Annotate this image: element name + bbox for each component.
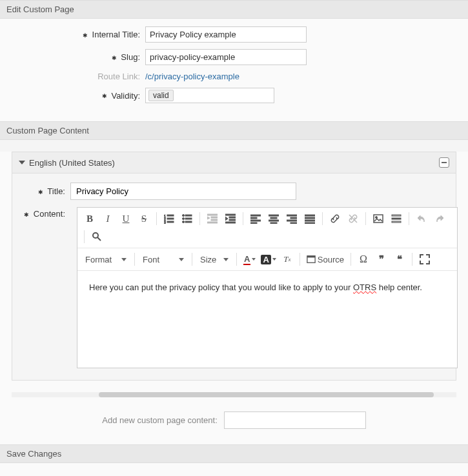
svg-rect-34 xyxy=(305,220,315,221)
svg-rect-16 xyxy=(225,214,236,215)
align-right-button[interactable] xyxy=(283,210,300,227)
add-content-input[interactable] xyxy=(224,412,366,429)
collapse-button[interactable] xyxy=(439,157,449,168)
editor-toolbar-1: B I U S 123 xyxy=(77,208,457,248)
svg-rect-1 xyxy=(167,215,174,216)
svg-rect-11 xyxy=(185,221,192,223)
caret-down-icon xyxy=(19,161,25,164)
minus-icon xyxy=(442,162,447,163)
svg-rect-29 xyxy=(290,217,297,219)
validity-select[interactable]: valid xyxy=(145,88,274,103)
edit-section-body: ✱ Internal Title: ✱ Slug: Route Link: /c… xyxy=(0,19,468,121)
svg-rect-14 xyxy=(211,219,218,221)
svg-rect-25 xyxy=(270,217,277,219)
svg-point-6 xyxy=(183,215,185,217)
svg-rect-17 xyxy=(229,217,236,218)
svg-rect-41 xyxy=(392,221,401,223)
content-label: ✱ Content: xyxy=(19,206,70,219)
validity-label: ✱ Validity: xyxy=(6,91,145,101)
svg-line-43 xyxy=(97,237,101,241)
add-content-label: Add new custom page content: xyxy=(102,415,218,425)
save-section-header: Save Changes xyxy=(0,444,468,463)
text-color-button[interactable]: A xyxy=(241,251,257,268)
language-panel: English (United States) ✱ Title: ✱ Conte… xyxy=(12,152,456,381)
svg-rect-7 xyxy=(185,215,192,216)
font-dropdown[interactable]: Font xyxy=(139,253,188,266)
quote-rtl-button[interactable]: ❝ xyxy=(391,251,408,268)
align-left-button[interactable] xyxy=(247,210,264,227)
special-char-button[interactable]: Ω xyxy=(355,251,372,268)
redo-button[interactable] xyxy=(431,210,448,227)
svg-rect-23 xyxy=(250,223,257,224)
link-button[interactable] xyxy=(327,210,343,227)
edit-section-header: Edit Custom Page xyxy=(0,0,468,19)
title-label: ✱ Title: xyxy=(19,186,70,196)
language-header[interactable]: English (United States) xyxy=(12,152,456,174)
bg-color-button[interactable]: A xyxy=(258,251,277,268)
editor-text-post: help center. xyxy=(376,283,422,292)
bold-button[interactable]: B xyxy=(81,210,98,227)
svg-rect-20 xyxy=(250,215,261,216)
editor-toolbar-2: Format Font Size A A Tx Source Ω ❞ ❝ xyxy=(77,248,457,271)
horizontal-scrollbar[interactable] xyxy=(12,392,456,397)
svg-rect-18 xyxy=(229,219,236,221)
underline-button[interactable]: U xyxy=(117,210,134,227)
svg-rect-19 xyxy=(225,222,236,223)
svg-rect-5 xyxy=(167,221,174,223)
svg-rect-21 xyxy=(250,217,257,219)
strike-button[interactable]: S xyxy=(136,210,152,227)
svg-rect-37 xyxy=(374,215,383,223)
internal-title-label: ✱ Internal Title: xyxy=(6,30,145,39)
unlink-button[interactable] xyxy=(345,210,361,227)
svg-rect-13 xyxy=(211,217,218,218)
svg-text:3: 3 xyxy=(164,221,166,224)
svg-point-10 xyxy=(183,221,185,223)
slug-input[interactable] xyxy=(145,49,307,65)
svg-rect-39 xyxy=(392,215,401,216)
svg-rect-12 xyxy=(207,214,218,215)
numbered-list-button[interactable]: 123 xyxy=(161,210,178,227)
rich-text-editor: B I U S 123 xyxy=(77,207,458,368)
svg-rect-32 xyxy=(305,215,315,216)
svg-rect-30 xyxy=(287,220,297,221)
outdent-button[interactable] xyxy=(204,210,221,227)
find-button[interactable] xyxy=(88,228,105,245)
hr-button[interactable] xyxy=(388,210,405,227)
image-button[interactable] xyxy=(370,210,387,227)
align-center-button[interactable] xyxy=(265,210,282,227)
bullet-list-button[interactable] xyxy=(179,210,196,227)
svg-rect-26 xyxy=(269,220,279,221)
save-section-body: Save or Save and finish or Cancel xyxy=(0,463,468,476)
undo-button[interactable] xyxy=(413,210,430,227)
svg-point-42 xyxy=(93,233,98,238)
slug-label: ✱ Slug: xyxy=(6,52,145,62)
svg-rect-28 xyxy=(287,215,297,216)
route-link-value[interactable]: /c/privacy-policy-example xyxy=(145,72,239,81)
scrollbar-thumb[interactable] xyxy=(99,392,434,397)
size-dropdown[interactable]: Size xyxy=(196,253,232,266)
editor-body[interactable]: Here you can put the privacy policy that… xyxy=(77,271,457,368)
content-section-body: English (United States) ✱ Title: ✱ Conte… xyxy=(0,152,468,444)
align-justify-button[interactable] xyxy=(301,210,318,227)
indent-button[interactable] xyxy=(222,210,239,227)
svg-rect-35 xyxy=(305,223,315,224)
italic-button[interactable]: I xyxy=(99,210,116,227)
validity-value: valid xyxy=(148,90,174,101)
remove-format-button[interactable]: Tx xyxy=(279,251,296,268)
format-dropdown[interactable]: Format xyxy=(81,253,130,266)
editor-text-err: OTRS xyxy=(353,283,376,292)
internal-title-input[interactable] xyxy=(145,26,307,43)
editor-text-pre: Here you can put the privacy policy that… xyxy=(89,283,353,292)
svg-rect-22 xyxy=(250,220,261,221)
content-section-header: Custom Page Content xyxy=(0,121,468,140)
svg-rect-27 xyxy=(270,223,277,224)
source-button[interactable]: Source xyxy=(304,253,347,266)
svg-rect-24 xyxy=(269,215,279,216)
title-input[interactable] xyxy=(70,183,296,200)
route-link-label: Route Link: xyxy=(6,72,145,81)
svg-rect-9 xyxy=(185,218,192,219)
svg-rect-31 xyxy=(290,223,297,224)
maximize-button[interactable] xyxy=(416,251,433,268)
quote-ltr-button[interactable]: ❞ xyxy=(373,251,390,268)
language-name: English (United States) xyxy=(29,158,115,168)
